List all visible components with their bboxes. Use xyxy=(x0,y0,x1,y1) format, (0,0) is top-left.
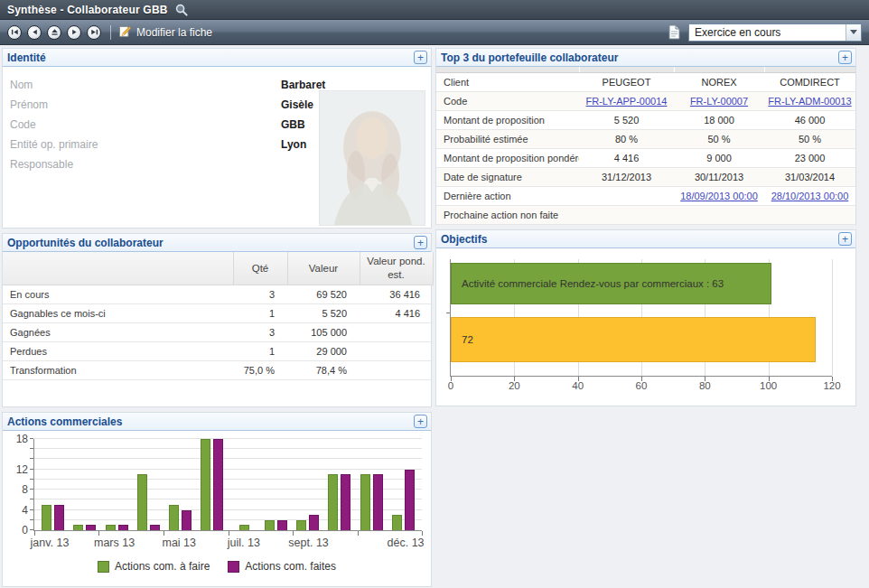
axis-tick-label: janv. 13 xyxy=(30,537,69,549)
search-icon[interactable] xyxy=(175,4,188,16)
axis-tick-label: 8 xyxy=(5,483,28,496)
titlebar: Synthèse - Collaborateur GBB xyxy=(0,0,869,20)
column-header: Valeur xyxy=(287,252,360,285)
cell-value xyxy=(360,360,433,379)
actions-bar-chart: 0481218 xyxy=(33,439,422,531)
axis-tick-label: 0 xyxy=(448,380,453,391)
axis-tick-label: 80 xyxy=(699,380,711,391)
axis-tick-label: 60 xyxy=(636,380,648,391)
chart-bar[interactable] xyxy=(150,525,160,530)
chart-bar[interactable] xyxy=(137,474,147,530)
cell-link[interactable]: FR-LY-ADM-00013 xyxy=(768,96,851,107)
legend-label: Actions com. à faire xyxy=(115,560,210,573)
exercise-select[interactable]: Exercice en cours xyxy=(688,23,862,42)
axis-tick xyxy=(30,458,33,459)
cell-value xyxy=(360,322,433,341)
report-page-icon[interactable] xyxy=(668,24,681,40)
cell-value: 50 % xyxy=(674,129,764,148)
expand-panel-button[interactable]: + xyxy=(414,51,427,64)
chart-legend: Actions com. à faireActions com. faites xyxy=(3,560,431,573)
panel-top3-portefeuille: Top 3 du portefeuille collaborateur + Cl… xyxy=(435,48,856,225)
axis-tick-label: mars 13 xyxy=(94,537,135,549)
chart-bar[interactable] xyxy=(277,520,287,530)
cell-value: 5 520 xyxy=(287,303,360,322)
expand-panel-button[interactable]: + xyxy=(414,415,427,428)
cell-value: COMDIRECT xyxy=(764,72,855,91)
panel-actions-header: Actions commerciales + xyxy=(3,413,431,431)
table-row: Transformation75,0 %78,4 % xyxy=(3,360,433,379)
chart-bar[interactable] xyxy=(118,525,128,530)
axis-tick-label: 100 xyxy=(760,380,777,391)
cell-value: FR-LY-ADM-00013 xyxy=(764,91,855,110)
chart-bar[interactable] xyxy=(341,474,350,530)
axis-tick xyxy=(446,313,450,313)
chart-bar[interactable] xyxy=(86,525,96,530)
cell-value: FR-LY-00007 xyxy=(674,91,764,110)
objective-bar[interactable]: Activité commerciale Rendez-vous par com… xyxy=(451,263,771,304)
cell-value: NOREX xyxy=(674,72,764,91)
nav-last-button[interactable] xyxy=(87,25,101,40)
chart-bar[interactable] xyxy=(239,525,249,530)
axis-tick-label: sept. 13 xyxy=(288,537,328,549)
chart-bar[interactable] xyxy=(392,515,402,530)
table-row: En cours369 52036 416 xyxy=(3,285,433,303)
app-window: Synthèse - Collaborateur GBB Modifier la… xyxy=(0,0,869,588)
row-label: Transformation xyxy=(3,360,233,379)
cell-link[interactable]: FR-LY-APP-00014 xyxy=(586,96,668,107)
identity-field-value: Lyon xyxy=(281,138,306,151)
chart-bar[interactable] xyxy=(106,525,116,530)
chart-bar[interactable] xyxy=(169,505,179,530)
axis-tick xyxy=(30,438,33,439)
chart-bar[interactable] xyxy=(201,439,210,530)
row-label: Date de signature xyxy=(436,167,579,186)
expand-panel-button[interactable]: + xyxy=(414,236,427,249)
row-label: Dernière action xyxy=(436,186,579,205)
cell-value xyxy=(360,341,433,360)
row-label: En cours xyxy=(3,285,233,303)
chevron-down-icon[interactable] xyxy=(846,24,861,41)
cell-value: 31/12/2013 xyxy=(579,167,674,186)
expand-panel-button[interactable]: + xyxy=(838,232,852,246)
nav-next-button[interactable] xyxy=(67,25,81,40)
chart-bar[interactable] xyxy=(54,505,64,530)
bar-group xyxy=(388,439,419,530)
cell-value: 9 000 xyxy=(674,148,764,167)
chart-bar[interactable] xyxy=(405,470,415,530)
chart-bar[interactable] xyxy=(360,474,370,530)
nav-up-button[interactable] xyxy=(47,25,61,40)
identity-field-label: Responsable xyxy=(3,158,281,171)
expand-panel-button[interactable]: + xyxy=(838,51,852,64)
nav-first-button[interactable] xyxy=(7,25,22,40)
cell-value xyxy=(764,205,855,224)
nav-previous-button[interactable] xyxy=(27,25,42,40)
cell-link[interactable]: 28/10/2013 00:00 xyxy=(771,191,849,201)
cell-link[interactable]: 18/09/2013 00:00 xyxy=(680,191,758,201)
cell-value: 69 520 xyxy=(287,285,360,303)
chart-bar[interactable] xyxy=(309,515,319,530)
cell-value: 75,0 % xyxy=(233,360,287,379)
edit-record-button[interactable]: Modifier la fiche xyxy=(118,24,212,41)
identity-field-label: Prénom xyxy=(3,98,281,111)
objective-bar[interactable]: 72 xyxy=(451,317,816,362)
chart-bar[interactable] xyxy=(373,474,383,530)
cell-value: 5 520 xyxy=(579,110,674,129)
legend-item: Actions com. à faire xyxy=(98,560,210,573)
toolbar-separator xyxy=(110,25,111,40)
cell-value: 28/10/2013 00:00 xyxy=(764,186,855,205)
chart-bar[interactable] xyxy=(328,474,338,530)
bar-group xyxy=(37,439,69,530)
identity-field-label: Code xyxy=(3,118,281,131)
axis-tick-label: mai 13 xyxy=(162,537,196,549)
cell-value: FR-LY-APP-00014 xyxy=(579,91,674,110)
page-title: Synthèse - Collaborateur GBB xyxy=(7,4,168,16)
cell-value: 36 416 xyxy=(360,285,433,303)
row-label: Code xyxy=(436,91,579,110)
chart-bar[interactable] xyxy=(213,439,223,530)
table-row: Dernière action18/09/2013 00:0028/10/201… xyxy=(436,186,855,205)
chart-bar[interactable] xyxy=(265,520,275,530)
chart-bar[interactable] xyxy=(296,520,306,530)
chart-bar[interactable] xyxy=(42,505,51,530)
chart-bar[interactable] xyxy=(182,510,192,530)
chart-bar[interactable] xyxy=(73,525,83,530)
cell-link[interactable]: FR-LY-00007 xyxy=(690,96,748,107)
